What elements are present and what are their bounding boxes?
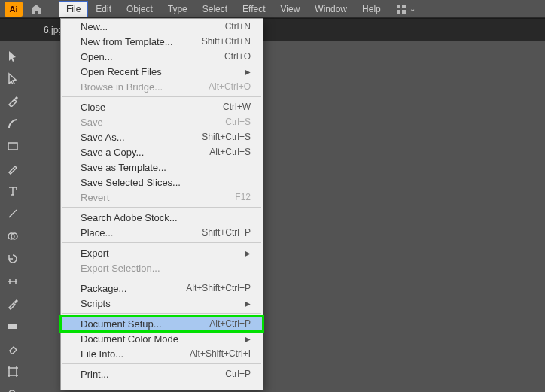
menu-item-print[interactable]: Print...Ctrl+P bbox=[61, 366, 263, 381]
menu-item-label: Save Selected Slices... bbox=[81, 177, 181, 188]
menu-item-label: Save bbox=[81, 117, 103, 128]
menu-window[interactable]: Window bbox=[307, 1, 355, 17]
menu-item-save-a-copy[interactable]: Save a Copy...Alt+Ctrl+S bbox=[61, 144, 263, 160]
menu-separator bbox=[62, 207, 261, 208]
menu-item-place[interactable]: Place...Shift+Ctrl+P bbox=[61, 225, 263, 240]
menu-select[interactable]: Select bbox=[195, 1, 235, 17]
menu-type[interactable]: Type bbox=[160, 1, 195, 17]
shape-builder-tool[interactable] bbox=[4, 227, 22, 245]
menu-item-save-selected-slices[interactable]: Save Selected Slices... bbox=[61, 175, 263, 190]
workspace-switcher[interactable]: ⌄ bbox=[396, 4, 416, 14]
submenu-arrow-icon: ▶ bbox=[245, 335, 251, 343]
menu-item-open[interactable]: Open...Ctrl+O bbox=[61, 49, 263, 64]
menu-item-label: Browse in Bridge... bbox=[81, 81, 163, 93]
curvature-tool[interactable] bbox=[4, 114, 22, 132]
menu-separator bbox=[62, 313, 261, 314]
menu-item-new-from-template[interactable]: New from Template...Shift+Ctrl+N bbox=[61, 34, 263, 49]
menu-edit[interactable]: Edit bbox=[88, 1, 119, 17]
menubar: Ai FileEditObjectTypeSelectEffectViewWin… bbox=[0, 0, 545, 18]
menu-item-export-selection: Export Selection... bbox=[61, 260, 263, 275]
menu-item-label: Document Setup... bbox=[81, 318, 162, 330]
menu-item-package[interactable]: Package...Alt+Shift+Ctrl+P bbox=[61, 281, 263, 296]
svg-rect-4 bbox=[8, 143, 17, 150]
menu-item-label: Document Color Mode bbox=[81, 333, 178, 345]
menu-item-shortcut: Ctrl+P bbox=[225, 369, 251, 379]
menu-item-label: Place... bbox=[81, 227, 113, 239]
svg-rect-2 bbox=[397, 10, 400, 14]
svg-rect-3 bbox=[402, 10, 406, 14]
menu-item-label: File Info... bbox=[81, 348, 123, 360]
menu-item-file-info[interactable]: File Info...Alt+Shift+Ctrl+I bbox=[61, 346, 263, 361]
menu-separator bbox=[62, 96, 261, 97]
pen-tool[interactable] bbox=[4, 92, 22, 110]
eraser-tool[interactable] bbox=[4, 340, 22, 358]
menu-item-shortcut: Alt+Ctrl+O bbox=[209, 81, 251, 92]
menu-help[interactable]: Help bbox=[355, 1, 388, 17]
menu-object[interactable]: Object bbox=[119, 1, 160, 17]
menu-item-label: New... bbox=[81, 21, 108, 32]
menu-effect[interactable]: Effect bbox=[235, 1, 272, 17]
menu-item-shortcut: Ctrl+O bbox=[224, 51, 251, 62]
menu-item-save: SaveCtrl+S bbox=[61, 114, 263, 129]
menu-item-document-setup[interactable]: Document Setup...Alt+Ctrl+P bbox=[61, 316, 263, 331]
menu-item-label: Close bbox=[81, 102, 105, 113]
menu-item-shortcut: Shift+Ctrl+P bbox=[202, 227, 251, 238]
svg-rect-8 bbox=[9, 368, 17, 375]
menu-item-label: New from Template... bbox=[81, 36, 173, 47]
menu-item-shortcut: Alt+Shift+Ctrl+P bbox=[186, 283, 251, 293]
svg-rect-1 bbox=[402, 5, 406, 8]
width-tool[interactable] bbox=[4, 272, 22, 290]
menu-view[interactable]: View bbox=[273, 1, 308, 17]
submenu-arrow-icon: ▶ bbox=[245, 299, 251, 308]
menu-item-label: Open Recent Files bbox=[81, 66, 162, 77]
menu-separator bbox=[62, 384, 261, 384]
home-icon[interactable] bbox=[29, 2, 44, 17]
menu-separator bbox=[62, 242, 261, 243]
menu-item-shortcut: Shift+Ctrl+N bbox=[202, 36, 251, 47]
rotate-tool[interactable] bbox=[4, 250, 22, 268]
line-tool[interactable] bbox=[4, 205, 22, 223]
menu-item-shortcut: Shift+Ctrl+S bbox=[202, 132, 251, 142]
svg-rect-0 bbox=[397, 5, 400, 8]
tools-panel bbox=[0, 41, 26, 392]
menu-item-search-adobe-stock[interactable]: Search Adobe Stock... bbox=[61, 210, 263, 225]
menu-item-label: Export Selection... bbox=[81, 263, 160, 274]
menu-item-shortcut: F12 bbox=[235, 192, 251, 202]
menu-item-save-as-template[interactable]: Save as Template... bbox=[61, 160, 263, 175]
file-menu-dropdown: New...Ctrl+NNew from Template...Shift+Ct… bbox=[60, 18, 263, 390]
menu-item-open-recent-files[interactable]: Open Recent Files▶ bbox=[61, 64, 263, 79]
submenu-arrow-icon: ▶ bbox=[245, 249, 251, 257]
menu-item-label: Save as Template... bbox=[81, 162, 166, 173]
paintbrush-tool[interactable] bbox=[4, 160, 22, 178]
artboard-tool[interactable] bbox=[4, 363, 22, 381]
menu-file[interactable]: File bbox=[59, 1, 88, 17]
menu-item-scripts[interactable]: Scripts▶ bbox=[61, 296, 263, 311]
zoom-tool[interactable] bbox=[4, 385, 22, 392]
rectangle-tool[interactable] bbox=[4, 137, 22, 155]
menu-item-label: Save As... bbox=[81, 132, 125, 143]
menu-item-label: Scripts bbox=[81, 298, 111, 309]
menu-item-label: Open... bbox=[81, 51, 113, 62]
menu-item-shortcut: Ctrl+N bbox=[225, 21, 251, 32]
menu-item-label: Export bbox=[81, 248, 109, 259]
menu-item-export[interactable]: Export▶ bbox=[61, 245, 263, 260]
gradient-tool[interactable] bbox=[4, 318, 22, 336]
eyedropper-tool[interactable] bbox=[4, 295, 22, 313]
menu-separator bbox=[62, 363, 261, 364]
menu-item-label: Revert bbox=[81, 192, 109, 203]
menu-item-shortcut: Alt+Shift+Ctrl+I bbox=[190, 348, 251, 359]
menu-item-label: Package... bbox=[81, 283, 126, 294]
app-logo: Ai bbox=[5, 2, 23, 17]
menu-item-browse-in-bridge: Browse in Bridge...Alt+Ctrl+O bbox=[61, 79, 263, 94]
submenu-arrow-icon: ▶ bbox=[245, 68, 251, 76]
menu-item-close[interactable]: CloseCtrl+W bbox=[61, 99, 263, 114]
menu-item-save-as[interactable]: Save As...Shift+Ctrl+S bbox=[61, 129, 263, 144]
selection-tool[interactable] bbox=[4, 47, 22, 65]
menu-item-new[interactable]: New...Ctrl+N bbox=[61, 19, 263, 34]
direct-selection-tool[interactable] bbox=[4, 69, 22, 87]
menu-item-label: Save a Copy... bbox=[81, 147, 144, 158]
menu-item-document-color-mode[interactable]: Document Color Mode▶ bbox=[61, 331, 263, 346]
type-tool[interactable] bbox=[4, 182, 22, 200]
svg-rect-7 bbox=[8, 324, 17, 329]
menu-item-shortcut: Alt+Ctrl+S bbox=[209, 147, 251, 157]
